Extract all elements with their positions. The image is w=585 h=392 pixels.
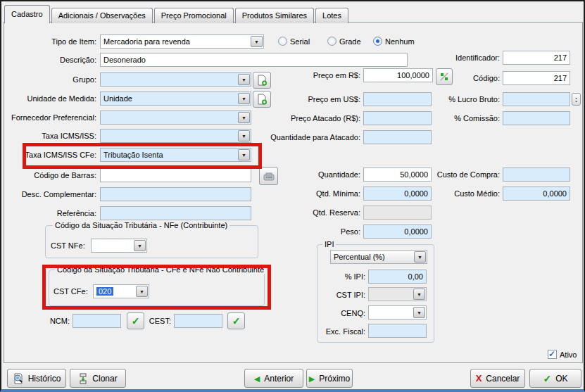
qtd-atacado-label: Quantidade para Atacado: (227, 133, 360, 141)
radio-serial-label: Serial (290, 37, 310, 46)
history-search-icon (13, 373, 24, 384)
tab-produtos-similares[interactable]: Produtos Similares (235, 8, 314, 23)
lucro-bruto-input[interactable] (503, 92, 570, 106)
chevron-down-icon[interactable] (413, 289, 425, 300)
custo-compra-label: Custo de Compra: (422, 170, 500, 179)
chevron-down-icon[interactable] (238, 149, 250, 160)
taxa-icms-cfe-value: Tributação Isenta (103, 151, 163, 159)
codigo-barras-label: Código de Barras: (7, 171, 96, 179)
anterior-button[interactable]: Anterior (244, 369, 303, 388)
cst-cfe-group-title: Código da Situação Tributária - CFe e NF… (55, 265, 266, 274)
referencia-label: Referência: (7, 209, 96, 217)
ativo-label: Ativo (560, 350, 577, 359)
cst-ipi-select[interactable] (368, 287, 427, 301)
cenq-select[interactable] (368, 305, 427, 320)
proximo-label: Próximo (319, 374, 350, 384)
custo-medio-value: 0,0000 (543, 189, 567, 198)
preco-rs-label: Preço em R$: (227, 71, 360, 80)
cst-nfe-group-title: Código da Situação Tributária - NFe (Con… (53, 221, 229, 229)
ok-check-icon (543, 373, 551, 384)
product-register-window: Cadastro Adicionais / Observações Preço … (0, 0, 585, 392)
taxa-icms-label: Taxa ICMS/ISS: (7, 132, 96, 140)
clonar-label: Clonar (92, 374, 117, 384)
radio-nenhum[interactable] (373, 37, 382, 46)
chevron-down-icon[interactable] (413, 307, 425, 318)
tab-adicionais-observacoes[interactable]: Adicionais / Observações (51, 8, 153, 23)
cst-ipi-label: CST IPI: (317, 291, 365, 299)
pct-ipi-input[interactable]: 0,00 (368, 270, 427, 284)
fornecedor-label: Fornecedor Preferencial: (7, 113, 96, 122)
validate-cest-button[interactable] (227, 312, 245, 329)
tab-lotes[interactable]: Lotes (315, 8, 348, 23)
lucro-bruto-options-button[interactable] (572, 93, 581, 106)
tab-preco-promocional[interactable]: Preço Promocional (154, 8, 234, 23)
lucro-bruto-label: % Lucro Bruto: (422, 95, 500, 103)
ipi-mode-select[interactable]: Percentual (%) (330, 250, 427, 264)
quantidade-label: Quantidade: (227, 170, 360, 179)
pct-ipi-value: 0,00 (408, 272, 423, 281)
ipi-group-title: IPI (322, 240, 336, 248)
chevron-down-icon[interactable] (136, 286, 148, 297)
descricao-label: Descrição: (7, 56, 96, 64)
quantidade-input[interactable]: 50,0000 (363, 167, 432, 182)
qtd-atacado-input[interactable] (363, 130, 432, 144)
qtd-reserva-input (363, 206, 432, 220)
tab-bar: Cadastro Adicionais / Observações Preço … (4, 5, 350, 23)
custo-medio-input[interactable]: 0,0000 (503, 186, 570, 201)
descricao-value: Desonerado (103, 56, 146, 64)
proximo-button[interactable]: Próximo (306, 369, 353, 388)
exc-fiscal-input[interactable] (368, 324, 427, 338)
identificador-input: 217 (503, 51, 570, 65)
historico-label: Histórico (28, 374, 61, 384)
qtd-reserva-label: Qtd. Reserva: (227, 208, 360, 217)
preco-us-label: Preço em US$: (227, 95, 360, 103)
radio-grade[interactable] (327, 37, 336, 46)
desc-complementar-label: Desc. Complementar: (7, 190, 96, 198)
tipo-item-select[interactable]: Mercadoria para revenda (100, 34, 264, 49)
radio-nenhum-label: Nenhum (385, 37, 415, 46)
historico-button[interactable]: Histórico (7, 369, 66, 388)
cancelar-button[interactable]: Cancelar (470, 369, 525, 388)
tipo-item-label: Tipo de Item: (7, 37, 96, 46)
clone-icon (78, 373, 88, 384)
codigo-label: Código: (422, 74, 500, 82)
preco-us-input[interactable] (363, 92, 432, 106)
taxa-icms-cfe-select[interactable]: Tributação Isenta (100, 148, 251, 162)
cst-nfe-select[interactable] (91, 239, 147, 253)
ncm-label: NCM: (35, 317, 70, 325)
custo-compra-input[interactable] (503, 167, 570, 182)
preco-atacado-input[interactable] (363, 111, 432, 125)
chevron-down-icon[interactable] (134, 240, 146, 251)
unidade-medida-label: Unidade de Medida: (7, 94, 96, 103)
clonar-button[interactable]: Clonar (70, 369, 126, 388)
cancel-x-icon (476, 373, 482, 384)
cst-cfe-select[interactable]: 020 (93, 284, 149, 298)
identificador-value: 217 (554, 53, 567, 62)
cest-input[interactable] (174, 314, 222, 328)
next-arrow-icon (309, 374, 315, 384)
comissao-input[interactable] (503, 111, 570, 125)
qtd-minima-label: Qtd. Mínima: (227, 189, 360, 198)
ok-button[interactable]: OK (529, 369, 581, 388)
ipi-mode-value: Percentual (%) (334, 253, 385, 261)
tipo-item-value: Mercadoria para revenda (103, 37, 190, 46)
pct-ipi-label: % IPI: (317, 272, 365, 281)
ativo-checkbox[interactable] (548, 350, 557, 359)
chevron-down-icon[interactable] (414, 251, 426, 263)
cancelar-label: Cancelar (486, 374, 520, 384)
tab-cadastro[interactable]: Cadastro (4, 5, 50, 23)
descricao-input[interactable]: Desonerado (100, 53, 408, 67)
peso-label: Peso: (227, 227, 360, 236)
chevron-down-icon[interactable] (251, 36, 263, 47)
cenq-label: CENQ: (317, 309, 365, 317)
ncm-input[interactable] (73, 314, 121, 328)
peso-input[interactable]: 0,0000 (363, 225, 432, 239)
codigo-input[interactable]: 217 (503, 71, 570, 85)
radio-serial[interactable] (278, 37, 287, 46)
preco-atacado-label: Preço Atacado (R$): (227, 114, 360, 122)
previous-arrow-icon (254, 374, 260, 384)
exc-fiscal-label: Exc. Fiscal: (317, 327, 365, 336)
unidade-medida-value: Unidade (103, 94, 132, 103)
qtd-minima-input[interactable]: 0,0000 (363, 186, 432, 201)
cst-cfe-label: CST CFe: (54, 287, 88, 296)
